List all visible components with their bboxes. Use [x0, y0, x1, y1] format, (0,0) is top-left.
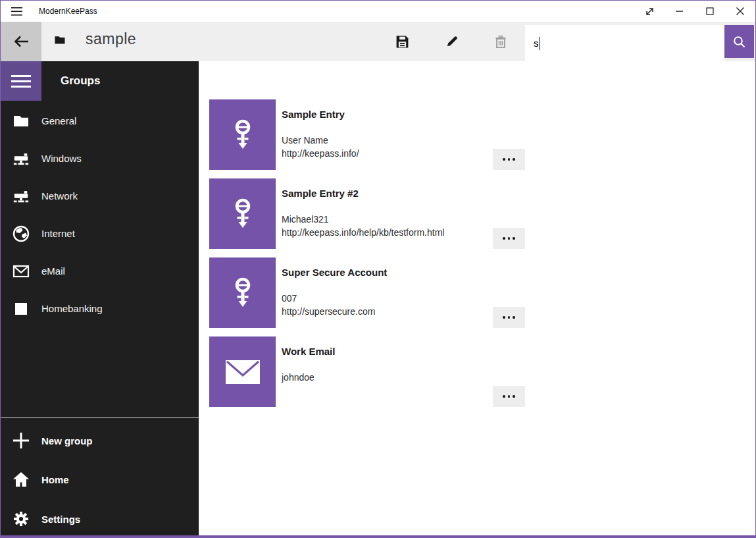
- home-icon: [1, 471, 41, 488]
- window-bottom-accent: [1, 535, 755, 537]
- sidebar-item-label: Settings: [41, 514, 80, 525]
- back-button[interactable]: [1, 22, 41, 61]
- sidebar-item-label: eMail: [41, 265, 65, 277]
- window-controls: [634, 1, 755, 22]
- entry-more-button[interactable]: [493, 149, 525, 170]
- sidebar-item-label: Internet: [41, 228, 75, 239]
- sidebar-action-new-group[interactable]: New group: [1, 421, 199, 460]
- sidebar-item-label: General: [41, 115, 76, 126]
- sidebar-item-label: Network: [41, 190, 78, 202]
- hamburger-icon: [11, 7, 22, 16]
- edit-pencil-icon: [445, 34, 459, 49]
- app-window: ModernKeePass: [0, 0, 756, 538]
- entry-url: [282, 384, 335, 397]
- square-icon: [1, 302, 41, 315]
- sidebar-action-home[interactable]: Home: [1, 460, 199, 499]
- sidebar-item-network[interactable]: Network: [1, 177, 199, 215]
- envelope-icon: [1, 265, 41, 278]
- entry-text: Super Secure Account 007 http://supersec…: [276, 257, 387, 328]
- entry-row-work-email[interactable]: Work Email johndoe: [209, 336, 335, 407]
- titlebar: ModernKeePass: [1, 1, 755, 22]
- network-icon: [1, 188, 41, 204]
- text-caret: [540, 37, 541, 50]
- sidebar-separator: [1, 417, 199, 417]
- entry-title: Work Email: [282, 346, 335, 358]
- entry-tile: [209, 336, 276, 407]
- entry-url: http://supersecure.com: [282, 305, 387, 318]
- entry-username: 007: [282, 292, 387, 305]
- envelope-icon: [224, 358, 261, 387]
- more-icon: [503, 237, 515, 240]
- sidebar-item-general[interactable]: General: [1, 102, 199, 140]
- more-icon: [503, 158, 515, 161]
- close-button[interactable]: [725, 1, 755, 22]
- search-input-value: s: [534, 38, 539, 49]
- edit-button[interactable]: [436, 26, 468, 57]
- entry-tile: [209, 257, 276, 328]
- search-button[interactable]: [724, 25, 754, 58]
- entry-text: Sample Entry User Name http://keepass.in…: [276, 99, 359, 170]
- entry-more-button[interactable]: [493, 386, 525, 407]
- close-icon: [736, 7, 744, 15]
- entry-title: Super Secure Account: [282, 267, 387, 279]
- entry-title: Sample Entry: [282, 109, 359, 121]
- minimize-icon: [676, 7, 684, 15]
- maximize-button[interactable]: [695, 1, 725, 22]
- window-title: ModernKeePass: [39, 1, 97, 22]
- sidebar-item-email[interactable]: eMail: [1, 252, 199, 290]
- entry-row-sample-entry-2[interactable]: Sample Entry #2 Michael321 http://keepas…: [209, 178, 444, 249]
- entry-tile: [209, 99, 276, 170]
- hamburger-icon: [11, 75, 31, 77]
- sidebar-item-label: Home: [41, 474, 69, 485]
- magnifier-icon: [732, 35, 746, 49]
- delete-trash-icon: [493, 34, 508, 49]
- sidebar-item-homebanking[interactable]: Homebanking: [1, 290, 199, 327]
- minimize-button[interactable]: [665, 1, 695, 22]
- maximize-icon: [706, 7, 714, 15]
- key-icon: [226, 277, 259, 309]
- database-title: sample: [86, 30, 136, 48]
- entry-username: johndoe: [282, 371, 335, 384]
- delete-button[interactable]: [485, 26, 517, 57]
- folder-icon: [1, 113, 41, 128]
- entry-more-button[interactable]: [493, 307, 525, 328]
- entry-tile: [209, 178, 276, 249]
- more-icon: [503, 316, 515, 319]
- gear-icon: [1, 510, 41, 527]
- plus-icon: [1, 431, 41, 450]
- sidebar-action-settings[interactable]: Settings: [1, 499, 199, 538]
- entry-title: Sample Entry #2: [282, 188, 444, 200]
- entry-username: User Name: [282, 134, 359, 147]
- sidebar-item-label: New group: [41, 435, 93, 446]
- database-folder-icon: [54, 34, 66, 45]
- entry-text: Sample Entry #2 Michael321 http://keepas…: [276, 178, 444, 249]
- sidebar-item-internet[interactable]: Internet: [1, 215, 199, 252]
- network-icon: [1, 151, 41, 167]
- entry-url: http://keepass.info/: [282, 147, 359, 160]
- sidebar-hamburger-button[interactable]: [1, 61, 41, 101]
- sidebar-item-label: Homebanking: [41, 303, 103, 314]
- globe-icon: [1, 225, 41, 242]
- entry-url: http://keepass.info/help/kb/testform.htm…: [282, 226, 444, 239]
- entry-row-super-secure-account[interactable]: Super Secure Account 007 http://supersec…: [209, 257, 387, 328]
- more-icon: [503, 395, 515, 398]
- groups-header: Groups: [61, 61, 100, 101]
- save-icon: [395, 34, 410, 49]
- search-input[interactable]: s: [525, 25, 724, 61]
- titlebar-hamburger-button[interactable]: [1, 1, 32, 22]
- entry-more-button[interactable]: [493, 228, 525, 249]
- sidebar-item-label: Windows: [41, 153, 82, 164]
- fullscreen-button[interactable]: [634, 1, 665, 22]
- fullscreen-icon: [645, 7, 655, 16]
- sidebar-item-windows[interactable]: Windows: [1, 140, 199, 177]
- sidebar: Groups General Windows Network Internet: [1, 61, 199, 537]
- entry-row-sample-entry[interactable]: Sample Entry User Name http://keepass.in…: [209, 99, 359, 170]
- entry-text: Work Email johndoe: [276, 336, 335, 407]
- save-button[interactable]: [386, 26, 418, 57]
- entry-username: Michael321: [282, 213, 444, 226]
- back-arrow-icon: [12, 32, 30, 51]
- key-icon: [226, 198, 259, 230]
- key-icon: [226, 119, 259, 151]
